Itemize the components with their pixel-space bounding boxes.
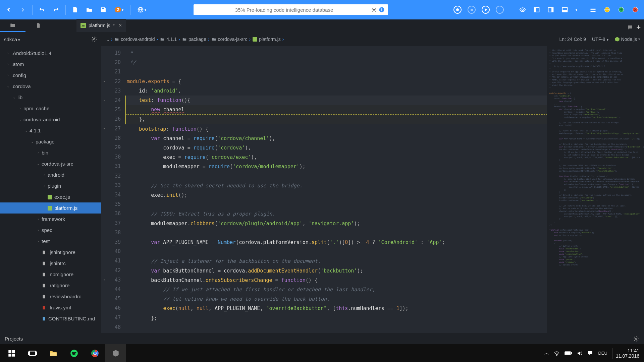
tree-item--atom[interactable]: ›.atom bbox=[0, 59, 101, 70]
browser-button[interactable]: ▾ bbox=[134, 4, 149, 16]
svg-text:JS: JS bbox=[82, 24, 85, 27]
svg-rect-9 bbox=[552, 7, 553, 12]
tree-item--jshintignore[interactable]: .jshintignore bbox=[0, 247, 101, 258]
play-button[interactable] bbox=[480, 4, 492, 16]
notifications-icon[interactable] bbox=[587, 350, 593, 356]
nodejs-icon bbox=[614, 37, 620, 42]
tree-item-framework[interactable]: ›framework bbox=[0, 214, 101, 225]
breadcrumb-platform-js[interactable]: platform.js› bbox=[253, 37, 284, 42]
notifications-button[interactable]: 2▾ bbox=[111, 4, 127, 16]
svg-rect-26 bbox=[8, 354, 11, 357]
nav-back-button[interactable] bbox=[3, 4, 15, 16]
svg-rect-19 bbox=[48, 195, 52, 199]
gear-icon[interactable] bbox=[91, 36, 97, 42]
tree-item--npmignore[interactable]: .npmignore bbox=[0, 269, 101, 280]
add-tab-button[interactable]: + bbox=[636, 23, 641, 32]
nav-forward-button[interactable] bbox=[17, 4, 29, 16]
breadcrumb-cordova-js-src[interactable]: cordova-js-src› bbox=[212, 37, 251, 42]
preview-button[interactable] bbox=[517, 4, 529, 16]
tree-item-lib[interactable]: ⌄lib bbox=[0, 92, 101, 103]
svg-point-36 bbox=[94, 352, 96, 354]
tree-item-contributing-md[interactable]: CONTRIBUTING.md bbox=[0, 313, 101, 324]
cursor-position: Ln: 24 Col: 9 bbox=[559, 37, 586, 42]
layout-left-button[interactable] bbox=[531, 4, 543, 16]
tree-item--cordova[interactable]: ⌄.cordova bbox=[0, 81, 101, 92]
main-toolbar: 2▾ ▾ 35% Pre-loading code intelligence d… bbox=[0, 0, 644, 19]
svg-rect-40 bbox=[571, 352, 572, 354]
tree-item--reviewboardrc[interactable]: .reviewboardrc bbox=[0, 291, 101, 302]
svg-rect-31 bbox=[50, 352, 57, 356]
chrome-icon[interactable] bbox=[85, 344, 105, 362]
tab-platform-js[interactable]: JS platform.js * × bbox=[76, 19, 126, 32]
tree-item-bin[interactable]: ›bin bbox=[0, 147, 101, 158]
open-file-button[interactable] bbox=[83, 4, 95, 16]
svg-rect-25 bbox=[12, 350, 15, 353]
layout-menu-button[interactable]: ▾ bbox=[573, 4, 580, 16]
tree-item--ratignore[interactable]: .ratignore bbox=[0, 280, 101, 291]
code-area[interactable]: * */ module.exports = { id: 'android', t… bbox=[125, 46, 547, 333]
breadcrumb-4-1-1[interactable]: 4.1.1› bbox=[160, 37, 180, 42]
taskview-button[interactable] bbox=[22, 344, 43, 362]
tree-item-4-1-1[interactable]: ⌄4.1.1 bbox=[0, 125, 101, 136]
tree-item-exec-js[interactable]: exec.js bbox=[0, 191, 101, 202]
layout-right-button[interactable] bbox=[545, 4, 557, 16]
minimap[interactable]: * distributed with this work for additio… bbox=[547, 46, 644, 333]
sidebar-docs-icon[interactable] bbox=[25, 19, 51, 32]
start-button[interactable] bbox=[1, 344, 22, 362]
tree-item--jshintrc[interactable]: .jshintrc bbox=[0, 258, 101, 269]
minimize-button[interactable] bbox=[601, 4, 613, 16]
save-button[interactable] bbox=[97, 4, 109, 16]
app-icon[interactable] bbox=[105, 344, 126, 362]
svg-point-2 bbox=[373, 9, 375, 10]
tab-label: platform.js bbox=[89, 23, 110, 28]
tree-item-cordova-android[interactable]: ⌄cordova-android bbox=[0, 114, 101, 125]
gear-icon[interactable] bbox=[371, 7, 377, 12]
wifi-icon[interactable] bbox=[554, 350, 560, 356]
tree-item--config[interactable]: ›.config bbox=[0, 70, 101, 81]
menu-button[interactable] bbox=[587, 4, 599, 16]
project-name[interactable]: sdkca bbox=[4, 37, 20, 42]
svg-rect-28 bbox=[30, 351, 35, 355]
js-file-icon: JS bbox=[80, 23, 86, 28]
tree-item-android[interactable]: ›android bbox=[0, 169, 101, 180]
clock[interactable]: 11:41 11.07.2016 bbox=[612, 348, 639, 359]
record-button[interactable] bbox=[451, 4, 464, 16]
spotify-icon[interactable] bbox=[64, 344, 85, 362]
code-editor[interactable]: 19202122▾2324▾252627▾2829303132333435363… bbox=[101, 46, 644, 333]
stepover-button[interactable] bbox=[494, 4, 506, 16]
close-button[interactable] bbox=[629, 4, 641, 16]
encoding[interactable]: UTF-8 ▾ bbox=[592, 37, 608, 42]
svg-rect-24 bbox=[8, 350, 11, 353]
tree-item-plugin[interactable]: ›plugin bbox=[0, 180, 101, 191]
tree-item-package[interactable]: ⌄package bbox=[0, 136, 101, 147]
tree-item-spec[interactable]: ›spec bbox=[0, 225, 101, 236]
new-file-button[interactable] bbox=[69, 4, 81, 16]
language-mode[interactable]: Node.js ▾ bbox=[614, 37, 640, 42]
tree-item-cordova-js-src[interactable]: ⌄cordova-js-src bbox=[0, 158, 101, 169]
breadcrumb-package[interactable]: package› bbox=[182, 37, 210, 42]
stop-button[interactable] bbox=[466, 4, 478, 16]
tray-chevron-icon[interactable]: ︿ bbox=[544, 350, 549, 356]
chat-icon[interactable] bbox=[627, 24, 633, 31]
volume-icon[interactable] bbox=[577, 350, 583, 356]
breadcrumb----[interactable]: ...› bbox=[105, 37, 112, 42]
tree-item--travis-yml[interactable]: .travis.yml bbox=[0, 302, 101, 313]
file-tree[interactable]: ›.AndroidStudio1.4›.atom›.config⌄.cordov… bbox=[0, 46, 101, 333]
keyboard-lang[interactable]: DEU bbox=[598, 351, 607, 356]
undo-button[interactable] bbox=[36, 4, 48, 16]
layout-bottom-button[interactable] bbox=[559, 4, 571, 16]
tab-close-icon[interactable]: × bbox=[119, 22, 122, 28]
tree-item-test[interactable]: ›test bbox=[0, 236, 101, 247]
gear-icon[interactable] bbox=[633, 336, 639, 342]
tree-item--androidstudio1-4[interactable]: ›.AndroidStudio1.4 bbox=[0, 48, 101, 59]
tree-item-platform-js[interactable]: platform.js bbox=[0, 202, 101, 214]
battery-icon[interactable] bbox=[565, 351, 572, 356]
footer-projects-label[interactable]: Projects bbox=[5, 336, 23, 342]
maximize-button[interactable] bbox=[615, 4, 627, 16]
redo-button[interactable] bbox=[50, 4, 62, 16]
breadcrumb-cordova-android[interactable]: cordova-android› bbox=[114, 37, 158, 42]
tree-item-npm-cache[interactable]: ›npm_cache bbox=[0, 103, 101, 114]
explorer-icon[interactable] bbox=[43, 344, 64, 362]
svg-point-23 bbox=[636, 338, 637, 340]
sidebar-files-icon[interactable] bbox=[0, 19, 25, 32]
